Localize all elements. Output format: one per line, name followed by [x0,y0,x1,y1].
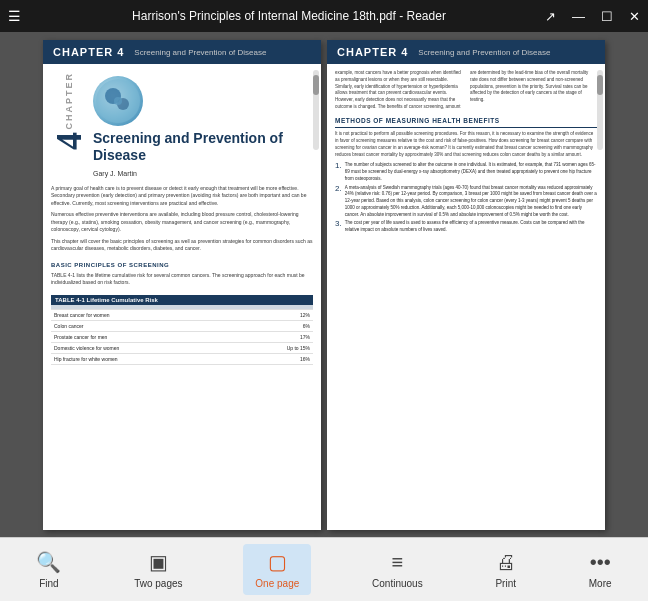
toolbar-icon-one-page: ▢ [268,550,287,574]
maximize-icon[interactable]: ☐ [601,9,613,24]
toolbar-label-continuous: Continuous [372,578,423,589]
left-page-content: CHAPTER 4 Screeni [43,64,321,365]
table-row: Domestic violence for women Up to 15% [51,343,313,354]
window-title: Harrison's Principles of Internal Medici… [33,9,545,23]
table-4-1: TABLE 4-1 Lifetime Cumulative Risk Breas… [43,295,321,365]
table-cell-name: Domestic violence for women [51,343,273,353]
toolbar: 🔍Find▣Two pages▢One page≡Continuous🖨Prin… [0,537,648,601]
chapter-number-label: CHAPTER 4 [53,46,124,58]
chapter-author: Gary J. Martin [93,170,313,177]
table-row: Breast cancer for women 12% [51,310,313,321]
title-bar: ☰ Harrison's Principles of Internal Medi… [0,0,648,32]
chapter-number-large: 4 [51,132,87,150]
chapter-header-right: CHAPTER 4 Screening and Prevention of Di… [327,40,605,64]
scroll-indicator-left[interactable] [313,70,319,150]
chapter-visual-block: CHAPTER 4 Screeni [43,64,321,185]
scroll-indicator-right[interactable] [597,70,603,150]
table-cell-name: Prostate cancer for men [51,332,273,342]
menu-icon[interactable]: ☰ [8,8,21,24]
chapter-subtitle-label: Screening and Prevention of Disease [134,48,266,57]
table-cell-value: Up to 15% [273,343,313,353]
minimize-icon[interactable]: — [572,9,585,24]
toolbar-icon-more: ••• [590,551,611,574]
section-header-screening: BASIC PRINCIPLES OF SCREENING TABLE 4-1 … [43,261,321,291]
chapter-title-main: Screening and Prevention of Disease [93,130,313,164]
chapter-decorative-image [93,76,143,126]
close-icon[interactable]: ✕ [629,9,640,24]
table-cell-value: 6% [273,321,313,331]
table-cell-name: Breast cancer for women [51,310,273,320]
toolbar-item-print[interactable]: 🖨Print [483,545,528,595]
chapter-title-block: Screening and Prevention of Disease Gary… [93,72,313,177]
toolbar-label-one-page: One page [255,578,299,589]
chapter-number-label-right: CHAPTER 4 [337,46,408,58]
left-page: CHAPTER 4 Screening and Prevention of Di… [43,40,321,530]
chapter-subtitle-label-right: Screening and Prevention of Disease [418,48,550,57]
right-page-intro: example, most cancers have a better prog… [335,70,597,111]
numbered-item-2: 2. A meta-analysis of Swedish mammograph… [335,185,597,219]
toolbar-icon-continuous: ≡ [392,551,404,574]
methods-text: It is not practical to perform all possi… [335,131,597,158]
numbered-item-3: 3. The cost per year of life saved is us… [335,220,597,234]
table-cell-value: 12% [273,310,313,320]
toolbar-label-more: More [589,578,612,589]
methods-section-title: METHODS OF MEASURING HEALTH BENEFITS [335,116,597,129]
left-page-para-1: A primary goal of health care is to prev… [43,185,321,212]
toolbar-item-find[interactable]: 🔍Find [24,544,73,595]
numbered-item-1: 1. The number of subjects screened to al… [335,162,597,182]
left-page-para-2: Numerous effective preventive interventi… [43,211,321,238]
table-cell-value: 16% [273,354,313,364]
table-row: Colon cancer 6% [51,321,313,332]
table-row: Hip fracture for white women 16% [51,354,313,365]
window-controls: ↗ — ☐ ✕ [545,9,640,24]
table-cell-name: Colon cancer [51,321,273,331]
toolbar-item-more[interactable]: •••More [577,545,624,595]
scroll-thumb-right [597,75,603,95]
toolbar-icon-two-pages: ▣ [149,550,168,574]
chapter-word-label: CHAPTER [64,72,74,130]
toolbar-item-continuous[interactable]: ≡Continuous [360,545,435,595]
toolbar-label-print: Print [495,578,516,589]
table-cell-value: 17% [273,332,313,342]
toolbar-icon-find: 🔍 [36,550,61,574]
reading-area: CHAPTER 4 Screening and Prevention of Di… [0,32,648,537]
toolbar-label-find: Find [39,578,58,589]
left-page-para-3: This chapter will cover the basic princi… [43,238,321,257]
table-row: Prostate cancer for men 17% [51,332,313,343]
toolbar-item-one-page[interactable]: ▢One page [243,544,311,595]
table-col-value [273,305,313,309]
numbered-items: 1. The number of subjects screened to al… [335,162,597,234]
table-title: TABLE 4-1 Lifetime Cumulative Risk [51,295,313,305]
toolbar-item-two-pages[interactable]: ▣Two pages [122,544,194,595]
right-page-content: example, most cancers have a better prog… [327,64,605,242]
right-page: CHAPTER 4 Screening and Prevention of Di… [327,40,605,530]
scroll-thumb-left [313,75,319,95]
toolbar-label-two-pages: Two pages [134,578,182,589]
chapter-header-left: CHAPTER 4 Screening and Prevention of Di… [43,40,321,64]
svg-point-3 [114,97,122,105]
table-col-name [51,305,273,309]
toolbar-icon-print: 🖨 [496,551,516,574]
restore-icon[interactable]: ↗ [545,9,556,24]
pages-container: CHAPTER 4 Screening and Prevention of Di… [43,40,605,529]
table-cell-name: Hip fracture for white women [51,354,273,364]
